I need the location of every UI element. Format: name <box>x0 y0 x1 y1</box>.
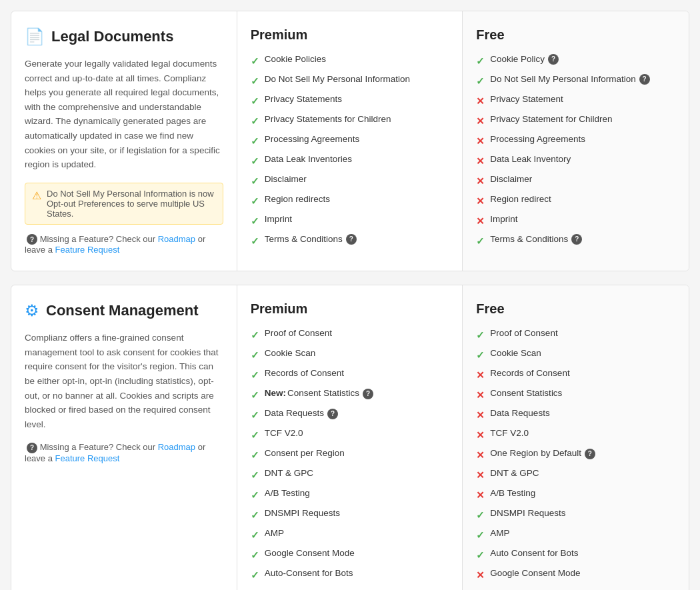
feature-label: Records of Consent <box>490 367 569 380</box>
feature-label: Consent Statistics <box>490 387 562 400</box>
consent-left-panel: ⚙ Consent Management Complianz offers a … <box>11 285 237 590</box>
consent-title: Consent Management <box>46 302 199 319</box>
feature-label: Privacy Statement for Children <box>490 113 612 126</box>
legal-roadmap-link[interactable]: Roadmap <box>158 234 195 244</box>
list-item: ✓TCF V2.0 <box>251 427 449 442</box>
check-icon: ✓ <box>476 548 485 562</box>
list-item: ✕Data Requests <box>476 407 675 422</box>
feature-label: AMP <box>490 527 509 540</box>
feature-label: Cookie Policy? <box>490 53 559 66</box>
feature-label: Google Consent Mode <box>490 567 580 580</box>
feature-label: Auto Consent for Bots <box>490 547 578 560</box>
legal-premium-panel: Premium ✓Cookie Policies✓Do Not Sell My … <box>237 11 463 271</box>
feature-label: Data Requests? <box>265 407 338 420</box>
feature-label: Records of Consent <box>265 367 344 380</box>
cross-icon: ✕ <box>476 448 485 462</box>
list-item: ✓Do Not Sell My Personal Information <box>251 73 449 88</box>
list-item: ✓Proof of Consent <box>251 327 449 342</box>
feature-label: Cookie Policies <box>265 53 326 66</box>
feature-help-icon[interactable]: ? <box>548 54 559 65</box>
list-item: ✕DNT & GPC <box>476 467 675 482</box>
legal-notice: ⚠ Do Not Sell My Personal Information is… <box>25 183 223 225</box>
check-icon: ✓ <box>251 428 259 442</box>
consent-feature-request-link[interactable]: Feature Request <box>55 453 120 463</box>
feature-label: Terms & Conditions? <box>490 233 582 246</box>
list-item: ✕Privacy Statement for Children <box>476 113 675 128</box>
legal-description: Generate your legally validated legal do… <box>25 57 223 172</box>
feature-help-icon[interactable]: ? <box>639 74 650 85</box>
check-icon: ✓ <box>251 548 259 562</box>
feature-label: Data Leak Inventory <box>490 153 571 166</box>
feature-label: Do Not Sell My Personal Information <box>265 73 410 86</box>
feature-label: Imprint <box>265 213 292 226</box>
feature-label: DNSMPI Requests <box>265 507 340 520</box>
feature-label: Cookie Scan <box>490 347 541 360</box>
list-item: ✓Consent per Region <box>251 447 449 462</box>
cross-icon: ✕ <box>476 568 485 582</box>
list-item: ✕Data Leak Inventory <box>476 153 675 168</box>
legal-help-line: ? Missing a Feature? Check our Roadmap o… <box>25 234 223 255</box>
cross-icon: ✕ <box>476 368 485 382</box>
legal-feature-request-link[interactable]: Feature Request <box>55 245 120 255</box>
consent-gear-icon: ⚙ <box>25 301 39 320</box>
cross-icon: ✕ <box>476 154 485 168</box>
list-item: ✓Processing Agreements <box>251 133 449 148</box>
legal-free-panel: Free ✓Cookie Policy?✓Do Not Sell My Pers… <box>463 11 689 271</box>
consent-help-text: Missing a Feature? Check our <box>40 442 155 452</box>
list-item: ✕Imprint <box>476 213 675 228</box>
feature-label: Processing Agreements <box>490 133 585 146</box>
legal-help-text: Missing a Feature? Check our <box>40 234 155 244</box>
list-item: ✓Terms & Conditions? <box>476 233 675 248</box>
cross-icon: ✕ <box>476 114 485 128</box>
consent-free-panel: Free ✓Proof of Consent✓Cookie Scan✕Recor… <box>463 285 689 590</box>
feature-label: Processing Agreements <box>265 133 360 146</box>
consent-management-section: ⚙ Consent Management Complianz offers a … <box>11 285 689 590</box>
feature-help-icon[interactable]: ? <box>585 449 595 459</box>
new-badge: New: <box>265 387 286 400</box>
feature-label: Auto-Consent for Bots <box>265 567 353 580</box>
feature-label: Region redirects <box>265 193 330 206</box>
feature-help-icon[interactable]: ? <box>346 234 357 245</box>
check-icon: ✓ <box>251 528 259 542</box>
feature-label: A/B Testing <box>490 487 535 500</box>
list-item: ✕Processing Agreements <box>476 133 675 148</box>
cross-icon: ✕ <box>476 174 485 188</box>
consent-help-line: ? Missing a Feature? Check our Roadmap o… <box>25 442 223 463</box>
consent-roadmap-link[interactable]: Roadmap <box>158 442 195 452</box>
feature-label: Data Leak Inventories <box>265 153 352 166</box>
legal-premium-title: Premium <box>251 27 449 43</box>
list-item: ✕Consent Statistics <box>476 387 675 402</box>
check-icon: ✓ <box>251 408 259 422</box>
list-item: ✕A/B Testing <box>476 487 675 502</box>
list-item: ✓Cookie Policies <box>251 53 449 68</box>
cross-icon: ✕ <box>476 214 485 228</box>
legal-left-panel: 📄 Legal Documents Generate your legally … <box>11 11 237 271</box>
check-icon: ✓ <box>476 74 485 88</box>
feature-help-icon[interactable]: ? <box>363 389 373 399</box>
consent-premium-list: ✓Proof of Consent✓Cookie Scan✓Records of… <box>251 327 449 582</box>
feature-help-icon[interactable]: ? <box>571 234 582 245</box>
legal-title-row: 📄 Legal Documents <box>25 27 223 46</box>
cross-icon: ✕ <box>476 468 485 482</box>
feature-label: DNT & GPC <box>265 467 313 480</box>
list-item: ✓Cookie Policy? <box>476 53 675 68</box>
feature-label: One Region by Default? <box>490 447 595 460</box>
feature-label: Terms & Conditions? <box>265 233 357 246</box>
cross-icon: ✕ <box>476 388 485 402</box>
list-item: ✓Auto-Consent for Bots <box>251 567 449 582</box>
feature-label: A/B Testing <box>265 487 310 500</box>
feature-label: TCF V2.0 <box>490 427 529 440</box>
list-item: ✕Disclaimer <box>476 173 675 188</box>
check-icon: ✓ <box>251 448 259 462</box>
cross-icon: ✕ <box>476 94 485 108</box>
list-item: ✓DNSMPI Requests <box>476 507 675 522</box>
feature-label: Google Consent Mode <box>265 547 355 560</box>
cross-icon: ✕ <box>476 488 485 502</box>
legal-premium-list: ✓Cookie Policies✓Do Not Sell My Personal… <box>251 53 449 248</box>
feature-help-icon[interactable]: ? <box>327 409 338 419</box>
check-icon: ✓ <box>251 508 259 522</box>
feature-label: Region redirect <box>490 193 551 206</box>
check-icon: ✓ <box>476 328 485 342</box>
list-item: ✓Records of Consent <box>251 367 449 382</box>
list-item: ✓Terms & Conditions? <box>251 233 449 248</box>
